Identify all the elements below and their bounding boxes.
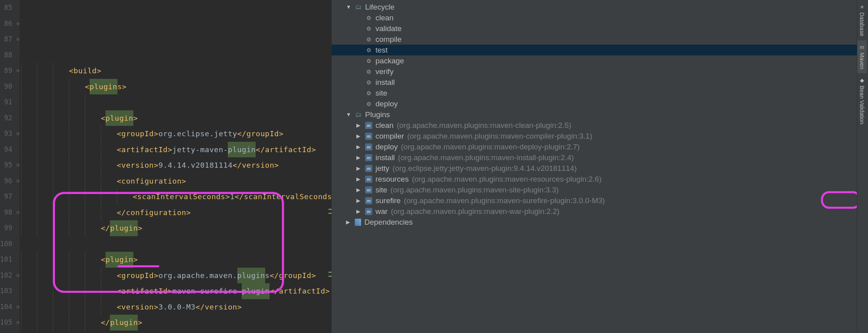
plugin-node-surefire[interactable]: ▶msurefire (org.apache.maven.plugins:mav… — [332, 195, 868, 206]
code-editor[interactable]: 8586878889909192939495969798991001011021… — [0, 0, 332, 333]
lifecycle-goal-clean[interactable]: ⚙clean — [332, 12, 868, 23]
line-number: 86 — [0, 16, 12, 32]
tree-node-lifecycle[interactable]: ▼🗂Lifecycle — [332, 2, 868, 12]
plugin-node-clean[interactable]: ▶mclean (org.apache.maven.plugins:maven-… — [332, 120, 868, 131]
plugin-node-deploy[interactable]: ▶mdeploy (org.apache.maven.plugins:maven… — [332, 141, 868, 152]
line-number: 104 — [0, 299, 12, 315]
plugin-node-resources[interactable]: ▶mresources (org.apache.maven.plugins:ma… — [332, 174, 868, 184]
chevron-right-icon[interactable]: ▶ — [356, 155, 362, 161]
fold-handle-icon[interactable]: ⊖ — [16, 272, 20, 278]
lifecycle-goal-install[interactable]: ⚙install — [332, 77, 868, 88]
fold-handle-icon[interactable]: ⊖ — [16, 130, 20, 137]
lifecycle-goal-site[interactable]: ⚙site — [332, 88, 868, 98]
plugin-node-compiler[interactable]: ▶mcompiler (org.apache.maven.plugins:mav… — [332, 131, 868, 141]
lifecycle-goal-compile[interactable]: ⚙compile — [332, 34, 868, 45]
tool-tab-database[interactable]: ≡Database — [857, 0, 867, 40]
fold-handle-icon[interactable]: ⊖ — [16, 20, 20, 27]
chevron-down-icon[interactable]: ▼ — [346, 112, 352, 118]
tree-node-suffix: (org.apache.maven.plugins:maven-resource… — [412, 175, 601, 184]
lifecycle-goal-test[interactable]: ⚙test — [332, 45, 868, 55]
chevron-right-icon[interactable]: ▶ — [356, 176, 362, 182]
code-line[interactable]: </plugin> — [21, 315, 336, 331]
code-line[interactable]: <artifactId>jetty-maven-plugin</artifact… — [21, 142, 336, 158]
gear-icon: ⚙ — [365, 90, 372, 97]
tree-node-plugins[interactable]: ▼🗂Plugins — [332, 109, 868, 120]
code-line[interactable]: <configuration> — [21, 173, 336, 189]
plugin-node-jetty[interactable]: ▶mjetty (org.eclipse.jetty:jetty-maven-p… — [332, 163, 868, 174]
chevron-right-icon[interactable]: ▶ — [356, 144, 362, 150]
lifecycle-goal-verify[interactable]: ⚙verify — [332, 66, 868, 77]
line-number: 101 — [0, 252, 12, 268]
tool-tab-maven[interactable]: mMaven — [857, 40, 867, 73]
gear-icon: ⚙ — [365, 68, 372, 75]
line-number: 85 — [0, 0, 12, 16]
code-line[interactable]: <build> — [21, 63, 336, 79]
fold-handle-icon[interactable]: ⊖ — [16, 178, 20, 184]
tool-tab-bean-validation[interactable]: ◆Bean Validation — [857, 73, 867, 128]
code-line[interactable]: <groupId>org.eclipse.jetty</groupId> — [21, 126, 336, 142]
code-line[interactable]: <version>3.0.0-M3</version> — [21, 299, 336, 315]
maven-plugin-icon: m — [365, 122, 372, 129]
code-line[interactable] — [21, 331, 336, 333]
fold-handle-icon[interactable]: ⊖ — [16, 67, 20, 74]
tree-node-label: site — [375, 186, 387, 194]
tree-node-dependencies[interactable]: ▶Dependencies — [332, 217, 868, 227]
line-number: 87 — [0, 31, 12, 47]
chevron-right-icon[interactable]: ▶ — [356, 133, 362, 139]
tree-node-suffix: (org.apache.maven.plugins:maven-compiler… — [407, 132, 592, 141]
fold-column[interactable]: ⊖⊖⊖⊖⊖⊖⊖⊖⊖⊖ — [16, 0, 20, 333]
line-number: 96 — [0, 173, 12, 189]
code-line[interactable]: <artifactId>maven-surefire-plugin</artif… — [21, 283, 336, 299]
line-number: 88 — [0, 47, 12, 63]
code-line[interactable] — [21, 94, 336, 110]
chevron-down-icon[interactable]: ▼ — [346, 4, 352, 10]
plugin-node-install[interactable]: ▶minstall (org.apache.maven.plugins:mave… — [332, 152, 868, 163]
tree-node-suffix: (org.eclipse.jetty:jetty-maven-plugin:9.… — [393, 164, 577, 173]
line-number: 91 — [0, 94, 12, 110]
chevron-right-icon[interactable]: ▶ — [346, 219, 352, 225]
chevron-right-icon[interactable]: ▶ — [356, 208, 362, 214]
line-number: 102 — [0, 268, 12, 284]
tree-node-label: surefire — [375, 196, 401, 205]
code-line[interactable] — [21, 47, 336, 63]
tree-node-label: clean — [375, 14, 393, 22]
tree-node-suffix: (org.apache.maven.plugins:maven-surefire… — [404, 196, 605, 205]
line-number: 99 — [0, 220, 12, 236]
maven-plugin-icon: m — [365, 143, 372, 151]
code-line[interactable]: <plugin> — [21, 252, 336, 268]
code-line[interactable]: </plugin> — [21, 220, 336, 236]
fold-handle-icon[interactable]: ⊖ — [16, 36, 20, 42]
tree-node-label: Plugins — [365, 110, 390, 119]
maven-tool-window[interactable]: ▼🗂Lifecycle⚙clean⚙validate⚙compile⚙test⚙… — [332, 0, 868, 333]
chevron-right-icon[interactable]: ▶ — [356, 122, 362, 128]
code-area[interactable]: <build><plugins><plugin><groupId>org.ecl… — [20, 0, 336, 333]
folder-icon: 🗂 — [355, 4, 362, 11]
dependencies-icon — [355, 219, 361, 226]
chevron-right-icon[interactable]: ▶ — [356, 165, 362, 171]
chevron-right-icon[interactable]: ▶ — [356, 198, 362, 204]
code-line[interactable]: <plugin> — [21, 110, 336, 126]
gear-icon: ⚙ — [365, 36, 372, 43]
fold-handle-icon[interactable]: ⊖ — [16, 319, 20, 325]
fold-handle-icon[interactable]: ⊖ — [16, 162, 20, 168]
code-line[interactable]: <plugins> — [21, 79, 336, 95]
right-tool-strip[interactable]: ≡DatabasemMaven◆Bean Validation — [857, 0, 868, 333]
tool-tab-icon: m — [860, 44, 864, 50]
line-number: 105 — [0, 315, 12, 331]
code-line[interactable]: </configuration> — [21, 205, 336, 221]
line-number: 98 — [0, 205, 12, 221]
plugin-node-site[interactable]: ▶msite (org.apache.maven.plugins:maven-s… — [332, 184, 868, 195]
plugin-node-war[interactable]: ▶mwar (org.apache.maven.plugins:maven-wa… — [332, 206, 868, 217]
fold-handle-icon[interactable]: ⊖ — [16, 304, 20, 310]
lifecycle-goal-validate[interactable]: ⚙validate — [332, 23, 868, 34]
code-line[interactable]: <groupId>org.apache.maven.plugins</group… — [21, 268, 336, 284]
code-line[interactable]: <scanIntervalSeconds>1</scanIntervalSeco… — [21, 189, 336, 205]
fold-handle-icon[interactable]: ⊖ — [16, 209, 20, 215]
lifecycle-goal-deploy[interactable]: ⚙deploy — [332, 98, 868, 109]
folder-icon: 🗂 — [355, 111, 362, 118]
chevron-right-icon[interactable]: ▶ — [356, 187, 362, 193]
code-line[interactable]: <version>9.4.14.v20181114</version> — [21, 157, 336, 173]
tree-node-label: clean — [375, 121, 393, 130]
code-line[interactable] — [21, 236, 336, 252]
lifecycle-goal-package[interactable]: ⚙package — [332, 55, 868, 66]
